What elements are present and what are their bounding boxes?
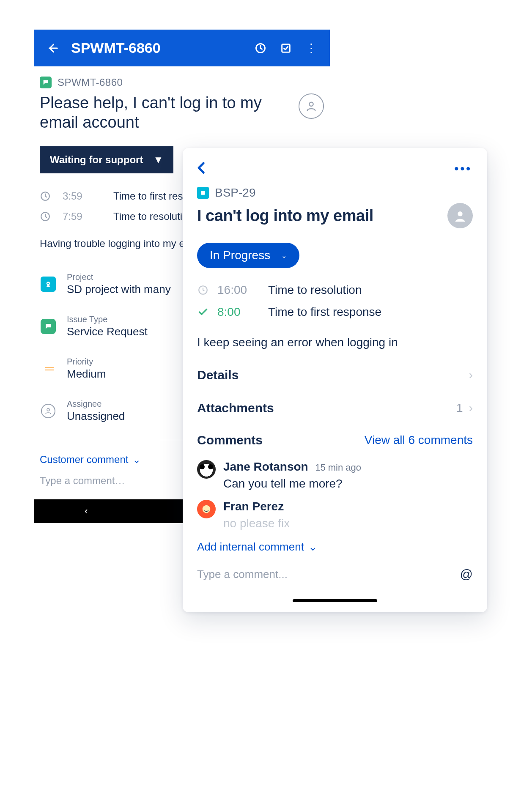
details-label: Details bbox=[197, 368, 239, 382]
attachments-row[interactable]: Attachments 1 › bbox=[183, 392, 487, 425]
comment-visibility-dropdown[interactable]: Add internal comment ⌄ bbox=[183, 533, 487, 557]
comment-body: no please fix bbox=[223, 517, 290, 530]
request-type-icon bbox=[40, 77, 52, 88]
priority-icon: ═ bbox=[45, 362, 51, 375]
field-label: Issue Type bbox=[67, 315, 148, 324]
appbar: SPWMT-6860 ⋮ bbox=[34, 30, 330, 66]
sla-label: Time to resolution bbox=[268, 283, 362, 297]
sla-time: 8:00 bbox=[217, 305, 260, 319]
svg-rect-8 bbox=[201, 191, 205, 195]
chevron-right-icon: › bbox=[469, 401, 473, 415]
status-label: Waiting for support bbox=[50, 154, 143, 166]
status-dropdown[interactable]: Waiting for support ▼ bbox=[40, 146, 173, 173]
issue-title: I can't log into my email bbox=[197, 207, 440, 225]
svg-point-7 bbox=[47, 408, 49, 411]
clock-icon bbox=[197, 285, 209, 296]
appbar-title: SPWMT-6860 bbox=[71, 40, 242, 56]
issue-screen-b: ••• BSP-29 I can't log into my email In … bbox=[183, 148, 487, 612]
more-icon[interactable]: ⋮ bbox=[304, 41, 318, 55]
svg-point-9 bbox=[458, 211, 462, 216]
request-type-icon bbox=[197, 187, 209, 199]
field-value: Medium bbox=[67, 367, 106, 381]
add-comment-label: Add internal comment bbox=[197, 540, 304, 553]
issue-key-row: BSP-29 bbox=[183, 181, 487, 200]
attachments-count: 1 bbox=[456, 401, 463, 415]
project-icon bbox=[41, 277, 56, 292]
view-all-comments-link[interactable]: View all 6 comments bbox=[365, 433, 473, 447]
reporter-avatar[interactable] bbox=[299, 93, 324, 119]
sla-label: Time to resolutio bbox=[113, 211, 188, 222]
chevron-down-icon: ⌄ bbox=[308, 540, 318, 553]
attachments-label: Attachments bbox=[197, 401, 274, 415]
back-icon[interactable] bbox=[46, 41, 59, 55]
svg-point-11 bbox=[203, 505, 211, 513]
more-icon[interactable]: ••• bbox=[455, 162, 472, 175]
comment-item: Fran Perez no please fix bbox=[183, 493, 487, 533]
comment-item: Jane Rotanson 15 min ago Can you tell me… bbox=[183, 453, 487, 493]
chevron-right-icon: › bbox=[469, 368, 473, 382]
chevron-down-icon: ⌄ bbox=[132, 454, 141, 466]
clock-icon[interactable] bbox=[254, 41, 267, 55]
comments-label: Comments bbox=[197, 433, 263, 447]
mention-icon[interactable]: @ bbox=[460, 567, 473, 581]
field-value: Unassigned bbox=[67, 410, 125, 423]
comment-input[interactable]: Type a comment... @ bbox=[183, 557, 487, 585]
sla-row: 16:00 Time to resolution bbox=[183, 279, 487, 301]
reporter-avatar[interactable] bbox=[447, 203, 473, 228]
chevron-down-icon: ▼ bbox=[153, 154, 163, 166]
comment-placeholder: Type a comment... bbox=[197, 568, 288, 581]
comment-timestamp: 15 min ago bbox=[315, 462, 361, 473]
sla-row: 8:00 Time to first response bbox=[183, 301, 487, 323]
person-icon bbox=[41, 404, 55, 418]
comment-avatar bbox=[197, 500, 216, 518]
nav-back-icon[interactable]: ‹ bbox=[85, 506, 88, 517]
field-value: SD project with many bbox=[67, 283, 171, 296]
comment-body: Can you tell me more? bbox=[223, 477, 361, 490]
issue-title: Please help, I can't log in to my email … bbox=[40, 93, 291, 132]
field-value: Service Request bbox=[67, 325, 148, 338]
back-icon[interactable] bbox=[195, 161, 209, 177]
issue-type-icon bbox=[41, 319, 56, 334]
check-icon bbox=[197, 307, 209, 318]
sla-time: 16:00 bbox=[217, 283, 260, 297]
comment-avatar bbox=[197, 460, 216, 479]
field-label: Assignee bbox=[67, 399, 125, 409]
comment-placeholder: Type a comment… bbox=[40, 475, 125, 486]
svg-point-2 bbox=[309, 102, 313, 106]
issue-key: SPWMT-6860 bbox=[58, 77, 123, 88]
checklist-icon[interactable] bbox=[279, 41, 293, 55]
field-label: Priority bbox=[67, 357, 106, 367]
sla-label: Time to first response bbox=[268, 305, 381, 319]
issue-key-row: SPWMT-6860 bbox=[34, 77, 330, 88]
comment-author: Jane Rotanson bbox=[223, 460, 308, 473]
sla-time: 7:59 bbox=[63, 211, 101, 222]
issue-key: BSP-29 bbox=[215, 186, 256, 200]
issue-description: I keep seeing an error when logging in bbox=[183, 323, 487, 359]
comments-header: Comments View all 6 comments bbox=[183, 425, 487, 453]
sla-label: Time to first resp bbox=[113, 190, 189, 202]
status-dropdown[interactable]: In Progress ⌄ bbox=[197, 243, 299, 268]
chevron-down-icon: ⌄ bbox=[281, 252, 287, 260]
svg-point-6 bbox=[47, 283, 49, 284]
comment-author: Fran Perez bbox=[223, 500, 284, 513]
home-indicator[interactable] bbox=[293, 599, 377, 602]
comment-visibility-label: Customer comment bbox=[40, 454, 128, 466]
field-label: Project bbox=[67, 272, 171, 282]
sla-time: 3:59 bbox=[63, 190, 101, 202]
status-label: In Progress bbox=[210, 249, 270, 262]
details-row[interactable]: Details › bbox=[183, 359, 487, 392]
